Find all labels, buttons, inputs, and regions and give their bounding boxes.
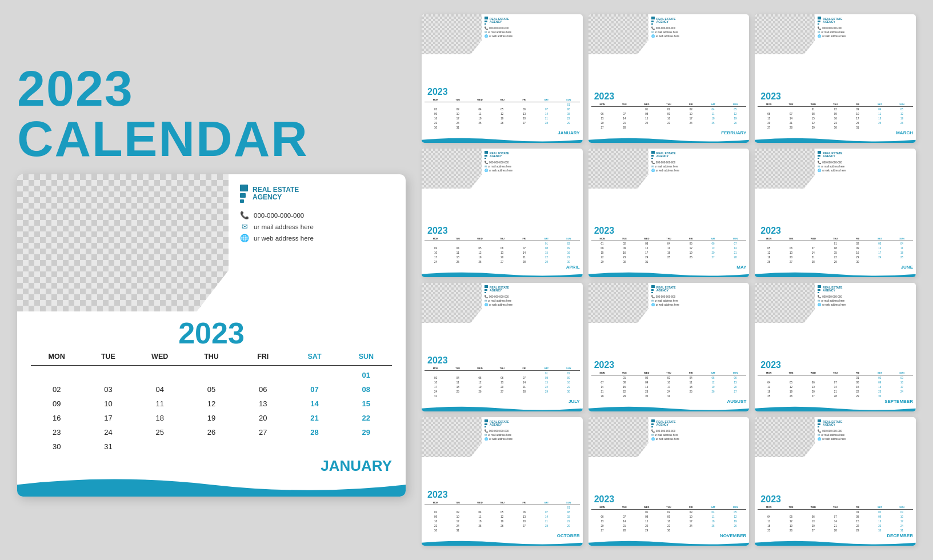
mini-date: 03 xyxy=(891,375,913,380)
mini-date: 01 xyxy=(847,375,869,380)
mini-phone-icon: 📞 xyxy=(818,295,821,298)
mini-date xyxy=(724,125,747,130)
mini-calendar-january: REAL ESTATEAGENCY 📞 000-000-000-000 ✉ ur… xyxy=(422,14,583,143)
mini-date: 28 xyxy=(724,255,747,259)
mini-date xyxy=(513,528,535,533)
mini-email-icon: ✉ xyxy=(651,30,654,34)
mini-day-tue: TUE xyxy=(613,237,635,241)
day-name-tue: TUE xyxy=(82,350,134,363)
mini-date: 03 xyxy=(425,375,447,380)
mini-web: 🌐 ur web address here xyxy=(651,34,747,38)
mini-day-wed: WED xyxy=(802,505,824,509)
mini-date xyxy=(680,259,702,264)
mini-date xyxy=(447,102,469,107)
mini-date: 06 xyxy=(802,514,824,519)
mini-date: 11 xyxy=(702,111,724,116)
mini-web-icon: 🌐 xyxy=(484,303,488,306)
mini-phone: 📞 000-000-000-000 xyxy=(818,26,914,30)
mini-day-mon: MON xyxy=(425,501,447,505)
mini-day-fri: FRI xyxy=(680,505,702,509)
mini-body: 2023 MONTUEWEDTHUFRISATSUN 0102030405060… xyxy=(588,359,750,398)
mini-date: 02 xyxy=(868,375,891,380)
mini-email: ✉ ur mail address here xyxy=(484,30,580,34)
mini-date: 26 xyxy=(469,389,491,394)
mini-date: 11 xyxy=(469,514,491,519)
mini-date: 06 xyxy=(513,107,535,111)
mini-day-tue: TUE xyxy=(447,98,469,102)
mini-phone-icon: 📞 xyxy=(484,295,488,298)
mini-date xyxy=(513,102,535,107)
mini-month-label: MARCH xyxy=(896,130,913,135)
mini-date xyxy=(535,394,558,398)
mini-date: 02 xyxy=(868,510,891,514)
mini-date: 29 xyxy=(591,259,614,264)
mini-date: 24 xyxy=(658,389,680,394)
cal-date: 23 xyxy=(31,425,82,439)
mini-date: 22 xyxy=(847,523,869,528)
mini-cal-header: MONTUEWEDTHUFRISATSUN xyxy=(591,237,747,241)
mini-date: 26 xyxy=(780,394,802,398)
mini-date: 13 xyxy=(780,250,802,255)
mini-calendar-november: REAL ESTATEAGENCY 📞 000-000-000-000 ✉ ur… xyxy=(588,417,750,546)
mini-date xyxy=(469,528,491,533)
mini-date: 16 xyxy=(425,519,447,523)
mini-date: 01 xyxy=(802,107,824,111)
mini-date: 25 xyxy=(868,121,891,125)
mini-date: 29 xyxy=(847,394,869,398)
mini-date: 09 xyxy=(635,380,658,385)
mini-web-icon: 🌐 xyxy=(818,169,821,172)
mini-date xyxy=(891,125,913,130)
cal-date: 06 xyxy=(237,382,289,397)
mini-date: 29 xyxy=(802,125,824,130)
mini-date: 28 xyxy=(780,125,802,130)
mini-cal-header: MONTUEWEDTHUFRISATSUN xyxy=(591,505,747,510)
mini-wave xyxy=(422,136,583,143)
mini-day-fri: FRI xyxy=(847,102,869,106)
mini-date xyxy=(491,394,513,398)
mini-logo-text: REAL ESTATEAGENCY xyxy=(823,421,842,427)
mini-date: 21 xyxy=(724,250,747,255)
mini-date xyxy=(447,371,469,375)
mini-date: 12 xyxy=(702,380,724,385)
mini-date: 02 xyxy=(558,371,580,375)
mini-date: 12 xyxy=(491,514,513,519)
mini-day-tue: TUE xyxy=(780,505,802,509)
mini-date: 23 xyxy=(824,121,847,125)
cal-date: 15 xyxy=(341,397,392,411)
mini-day-thu: THU xyxy=(824,505,847,509)
mini-date xyxy=(513,371,535,375)
mini-date: 05 xyxy=(469,246,491,250)
cal-date: 29 xyxy=(341,425,392,439)
mini-date: 02 xyxy=(613,241,635,246)
mini-date xyxy=(780,107,802,111)
mini-date: 12 xyxy=(891,111,913,116)
mini-date: 12 xyxy=(780,385,802,389)
mini-agency: REAL ESTATEAGENCY xyxy=(484,285,580,293)
mini-date: 25 xyxy=(702,121,724,125)
mini-date: 21 xyxy=(591,389,614,394)
cal-date: 10 xyxy=(82,397,134,411)
mini-info: REAL ESTATEAGENCY 📞 000-000-000-000 ✉ ur… xyxy=(815,14,916,91)
mini-day-fri: FRI xyxy=(680,237,702,241)
mini-date: 01 xyxy=(635,107,658,111)
mini-date: 17 xyxy=(447,519,469,523)
mini-logo-icon xyxy=(651,285,655,293)
mini-date: 18 xyxy=(758,389,780,394)
mini-date: 16 xyxy=(658,116,680,121)
mini-date: 26 xyxy=(491,523,513,528)
mini-logo-text: REAL ESTATEAGENCY xyxy=(656,152,676,158)
mini-top: REAL ESTATEAGENCY 📞 000-000-000-000 ✉ ur… xyxy=(588,283,750,359)
mini-date: 19 xyxy=(702,385,724,389)
mini-date: 27 xyxy=(513,121,535,125)
mini-web: 🌐 ur web address here xyxy=(484,169,580,172)
cal-date: 30 xyxy=(31,439,82,454)
mini-date: 24 xyxy=(847,121,869,125)
mini-phone: 📞 000-000-000-000 xyxy=(651,161,747,164)
mini-date: 09 xyxy=(425,514,447,519)
day-name-thu: THU xyxy=(186,350,237,363)
mini-date: 03 xyxy=(447,510,469,514)
mini-date: 29 xyxy=(847,528,869,533)
mini-logo-text: REAL ESTATEAGENCY xyxy=(490,286,509,293)
mini-date: 05 xyxy=(702,375,724,380)
mini-wave xyxy=(422,270,583,277)
